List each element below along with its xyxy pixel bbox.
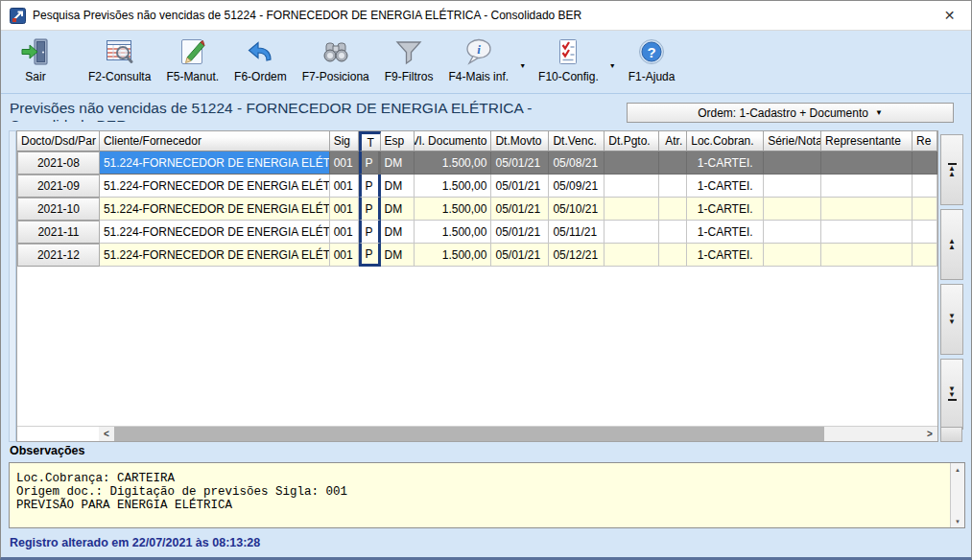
cell-dt-venc: 05/12/21 bbox=[549, 244, 605, 267]
docto-button[interactable]: 2021-08 bbox=[17, 152, 100, 175]
toolbar-button-label: F4-Mais inf. bbox=[448, 70, 509, 83]
cell-esp: DM bbox=[381, 152, 415, 175]
table-row[interactable]: 2021-08 51.224-FORNECEDOR DE ENERGIA ELÉ… bbox=[17, 152, 937, 175]
docto-button[interactable]: 2021-11 bbox=[17, 221, 100, 244]
grid-body: 2021-08 51.224-FORNECEDOR DE ENERGIA ELÉ… bbox=[17, 152, 937, 267]
column-header-docto[interactable]: Docto/Dsd/Par bbox=[17, 131, 100, 152]
column-header-t[interactable]: T bbox=[359, 131, 381, 152]
close-button[interactable]: ✕ bbox=[928, 1, 971, 29]
cell-dt-pgto bbox=[605, 152, 659, 175]
toolbar-button-label: F10-Config. bbox=[538, 70, 599, 83]
column-header-re[interactable]: Re bbox=[913, 131, 937, 152]
scroll-last-button[interactable]: ▼ ▼ bbox=[940, 359, 963, 430]
toolbar-button-f10-config[interactable]: F10-Config. bbox=[533, 35, 604, 85]
scroll-first-button[interactable]: ▲ ▲ bbox=[940, 134, 963, 205]
hscroll-spacer bbox=[17, 427, 99, 441]
cell-vl-documento: 1.500,00 bbox=[415, 198, 492, 221]
cell-dt-pgto bbox=[605, 175, 659, 198]
column-header-vl-documento[interactable]: Vl. Documento bbox=[415, 131, 492, 152]
cell-loc-cobran: 1-CARTEI. bbox=[687, 198, 764, 221]
cell-dt-pgto bbox=[605, 221, 659, 244]
cell-esp: DM bbox=[381, 198, 415, 221]
cell-vl-documento: 1.500,00 bbox=[415, 152, 492, 175]
observations-text: Loc.Cobrança: CARTEIRA Origem doc.: Digi… bbox=[10, 463, 950, 527]
column-header-cliente[interactable]: Cliente/Fornecedor bbox=[100, 131, 330, 152]
scroll-up-arrow[interactable]: ▲ bbox=[951, 463, 964, 476]
double-up-icon: ▲ bbox=[948, 172, 956, 177]
cell-cliente: 51.224-FORNECEDOR DE ENERGIA ELÉTRICA bbox=[100, 175, 330, 198]
column-header-dt-venc[interactable]: Dt.Venc. bbox=[549, 131, 605, 152]
order-dropdown-label: Ordem: 1-Cadastro + Documento bbox=[698, 106, 868, 120]
observations-box[interactable]: Loc.Cobrança: CARTEIRA Origem doc.: Digi… bbox=[9, 462, 965, 528]
cell-dt-venc: 05/09/21 bbox=[549, 175, 605, 198]
toolbar-button-f9-filtros[interactable]: F9-Filtros bbox=[380, 35, 439, 85]
vertical-nav-buttons: ▲ ▲ ▲ ▲ ▼ ▼ ▼ ▼ bbox=[940, 130, 963, 442]
toolbar-button-f4-mais-inf[interactable]: i F4-Mais inf. bbox=[443, 35, 513, 85]
docto-button[interactable]: 2021-12 bbox=[17, 244, 100, 267]
cell-loc-cobran: 1-CARTEI. bbox=[687, 221, 764, 244]
cell-sig: 001 bbox=[330, 152, 359, 175]
window-title: Pesquisa Previsões não vencidas de 51224… bbox=[33, 9, 581, 22]
docto-button[interactable]: 2021-10 bbox=[17, 198, 100, 221]
observations-line: Loc.Cobrança: CARTEIRA bbox=[16, 472, 950, 485]
toolbar-button-f1-ajuda[interactable]: ? F1-Ajuda bbox=[624, 35, 680, 85]
toolbar-button-f5-manut[interactable]: F5-Manut. bbox=[161, 35, 224, 85]
cell-dt-movto: 05/01/21 bbox=[491, 198, 549, 221]
svg-text:?: ? bbox=[647, 44, 655, 60]
app-icon bbox=[10, 8, 26, 24]
status-bar-text: Registro alterado em 22/07/2021 às 08:13… bbox=[10, 536, 260, 549]
double-down-icon: ▼ bbox=[948, 392, 956, 398]
column-header-serie-nota[interactable]: Série/Nota bbox=[764, 131, 821, 152]
cell-dt-movto: 05/01/21 bbox=[491, 244, 549, 267]
last-icon bbox=[948, 399, 957, 401]
toolbar-button-label: F5-Manut. bbox=[166, 70, 219, 83]
order-dropdown[interactable]: Ordem: 1-Cadastro + Documento ▼ bbox=[627, 103, 954, 123]
column-header-sig[interactable]: Sig bbox=[330, 131, 359, 152]
column-header-esp[interactable]: Esp bbox=[381, 131, 415, 152]
filter-funnel-icon bbox=[393, 36, 424, 67]
observations-line: Origem doc.: Digitação de previsões Sigl… bbox=[16, 485, 950, 499]
hscroll-thumb[interactable] bbox=[114, 427, 824, 441]
cell-t: P bbox=[359, 221, 381, 244]
scrollbar-corner bbox=[940, 427, 962, 442]
toolbar-button-f2-consulta[interactable]: F2-Consulta bbox=[83, 35, 155, 85]
cell-t: P bbox=[359, 244, 381, 267]
config-dropdown-arrow[interactable]: ▼ bbox=[609, 62, 616, 69]
cell-serie-nota bbox=[764, 244, 821, 267]
cell-t: P bbox=[359, 175, 381, 198]
table-row[interactable]: 2021-11 51.224-FORNECEDOR DE ENERGIA ELÉ… bbox=[17, 221, 937, 244]
table-row[interactable]: 2021-09 51.224-FORNECEDOR DE ENERGIA ELÉ… bbox=[17, 175, 937, 198]
cell-loc-cobran: 1-CARTEI. bbox=[687, 244, 764, 267]
page-up-button[interactable]: ▲ ▲ bbox=[940, 209, 963, 280]
column-header-dt-pgto[interactable]: Dt.Pgto. bbox=[605, 131, 659, 152]
table-row[interactable]: 2021-10 51.224-FORNECEDOR DE ENERGIA ELÉ… bbox=[17, 198, 937, 221]
toolbar-button-sair[interactable]: Sair bbox=[9, 35, 62, 85]
hscroll-track[interactable] bbox=[824, 427, 922, 441]
cell-dt-venc: 05/11/21 bbox=[549, 221, 605, 244]
cell-serie-nota bbox=[764, 198, 821, 221]
cell-vl-documento: 1.500,00 bbox=[415, 244, 492, 267]
binoculars-icon bbox=[320, 36, 351, 67]
observations-label: Observações bbox=[10, 444, 85, 457]
page-down-button[interactable]: ▼ ▼ bbox=[940, 284, 963, 355]
undo-arrow-icon bbox=[245, 36, 275, 67]
scroll-right-arrow[interactable]: > bbox=[922, 427, 937, 441]
table-row[interactable]: 2021-12 51.224-FORNECEDOR DE ENERGIA ELÉ… bbox=[17, 244, 937, 267]
column-header-atr[interactable]: Atr. bbox=[659, 131, 687, 152]
toolbar-button-label: F6-Ordem bbox=[234, 70, 287, 83]
scroll-down-arrow[interactable]: ▼ bbox=[951, 515, 964, 527]
title-bar: Pesquisa Previsões não vencidas de 51224… bbox=[1, 1, 971, 31]
mais-inf-dropdown-arrow[interactable]: ▼ bbox=[519, 62, 526, 69]
toolbar-button-f7-posiciona[interactable]: F7-Posiciona bbox=[297, 35, 374, 85]
toolbar-button-f6-ordem[interactable]: F6-Ordem bbox=[229, 35, 292, 85]
column-header-dt-movto[interactable]: Dt.Movto bbox=[491, 131, 549, 152]
scroll-left-arrow[interactable]: < bbox=[99, 427, 114, 441]
cell-dt-venc: 05/08/21 bbox=[549, 152, 605, 175]
docto-button[interactable]: 2021-09 bbox=[17, 175, 100, 198]
cell-t: P bbox=[359, 152, 381, 175]
column-header-loc-cobran[interactable]: Loc.Cobran. bbox=[687, 131, 764, 152]
column-header-representante[interactable]: Representante bbox=[821, 131, 913, 152]
cell-dt-movto: 05/01/21 bbox=[491, 175, 549, 198]
observations-scrollbar[interactable]: ▲ ▼ bbox=[950, 463, 964, 527]
cell-cliente: 51.224-FORNECEDOR DE ENERGIA ELÉTRICA bbox=[100, 244, 330, 267]
